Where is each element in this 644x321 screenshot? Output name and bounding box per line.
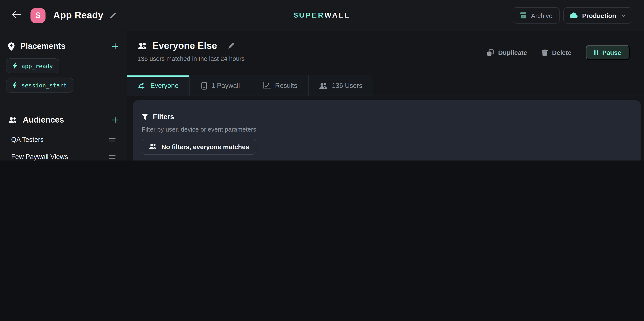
topbar-actions: Archive Production [512, 7, 632, 23]
placement-list: app_ready session_start [6, 58, 121, 93]
audience-card: Filters Filter by user, device or event … [133, 100, 640, 160]
chart-icon [263, 82, 271, 89]
add-placement-button[interactable]: + [112, 42, 118, 51]
tab-label: Everyone [150, 82, 178, 89]
tab-bar-filler [373, 75, 644, 96]
sidebar: Placements + app_ready session_start [0, 31, 127, 160]
tab-everyone[interactable]: Everyone [127, 75, 190, 96]
delete-label: Delete [552, 49, 572, 56]
environment-label: Production [582, 12, 616, 19]
logo-dollar-part: $UPER [294, 11, 324, 19]
tab-results[interactable]: Results [252, 75, 309, 96]
add-audience-button[interactable]: + [112, 115, 118, 125]
audience-content: Filters Filter by user, device or event … [127, 96, 644, 160]
placement-item-app-ready[interactable]: app_ready [6, 58, 59, 73]
edit-audience-name-icon[interactable] [228, 42, 235, 49]
logo-wall-part: WALL [324, 11, 350, 19]
topbar: S App Ready $UPERWALL Archive Production [0, 0, 644, 31]
bolt-icon [12, 82, 17, 89]
filters-section: Filters Filter by user, device or event … [133, 100, 640, 160]
bolt-icon [12, 62, 17, 69]
drag-handle-icon[interactable] [109, 155, 116, 159]
app-icon[interactable]: S [30, 8, 46, 23]
tab-label: 136 Users [332, 82, 362, 89]
placement-label: session_start [22, 82, 67, 89]
archive-button[interactable]: Archive [512, 7, 560, 23]
filters-title: Filters [153, 113, 174, 121]
funnel-icon [142, 114, 148, 120]
duplicate-icon [487, 49, 494, 56]
filters-subtitle: Filter by user, device or event paramete… [142, 126, 632, 133]
audience-list: QA Testers Few Paywall Views Everyone El… [6, 133, 121, 160]
users-icon [149, 143, 157, 151]
environment-selector[interactable]: Production [563, 7, 632, 23]
audiences-title: Audiences [23, 115, 64, 125]
main-panel: Everyone Else 136 users matched in the l… [127, 31, 644, 160]
delete-button[interactable]: Delete [542, 49, 572, 56]
pause-label: Pause [602, 49, 621, 56]
audience-label: QA Testers [11, 136, 44, 144]
pause-button[interactable]: Pause [586, 45, 630, 60]
users-icon [319, 82, 328, 89]
audiences-header: Audiences + [6, 115, 121, 125]
audience-item-qa-testers[interactable]: QA Testers [6, 133, 121, 147]
superwall-dashboard: S App Ready $UPERWALL Archive Production [0, 0, 644, 160]
tab-label: Results [275, 82, 297, 89]
pause-icon [594, 50, 598, 55]
cloud-icon [570, 12, 578, 19]
archive-label: Archive [531, 12, 552, 19]
audience-subtitle: 136 users matched in the last 24 hours [138, 55, 245, 62]
app-title: App Ready [53, 10, 103, 21]
no-filters-chip: No filters, everyone matches [142, 139, 256, 155]
audience-header: Everyone Else 136 users matched in the l… [127, 31, 644, 75]
duplicate-label: Duplicate [498, 49, 527, 56]
placements-title: Placements [20, 42, 66, 51]
arrow-left-icon [12, 10, 21, 20]
users-icon [8, 117, 17, 123]
placement-item-session-start[interactable]: session_start [6, 78, 73, 93]
duplicate-button[interactable]: Duplicate [487, 49, 527, 56]
back-button[interactable] [12, 10, 21, 20]
chevron-down-icon [621, 14, 626, 17]
placement-label: app_ready [22, 62, 53, 69]
users-icon [138, 42, 147, 50]
placements-header: Placements + [6, 42, 121, 51]
audience-label: Few Paywall Views [11, 153, 68, 160]
phone-icon [202, 82, 207, 89]
tab-label: 1 Paywall [212, 82, 240, 89]
superwall-logo: $UPERWALL [294, 11, 350, 20]
trash-icon [542, 49, 548, 56]
tab-paywall[interactable]: 1 Paywall [190, 75, 252, 96]
tab-users[interactable]: 136 Users [309, 75, 373, 96]
no-filters-label: No filters, everyone matches [162, 143, 249, 151]
audience-actions: Duplicate Delete Pause [487, 45, 630, 60]
split-arrows-icon [138, 82, 146, 89]
location-pin-icon [8, 42, 14, 50]
archive-box-icon [520, 12, 527, 19]
audience-item-few-paywall-views[interactable]: Few Paywall Views [6, 150, 121, 160]
edit-app-title-icon[interactable] [109, 12, 116, 19]
audience-title: Everyone Else [152, 40, 217, 51]
drag-handle-icon[interactable] [109, 138, 116, 142]
tab-bar: Everyone 1 Paywall Results [127, 75, 644, 96]
